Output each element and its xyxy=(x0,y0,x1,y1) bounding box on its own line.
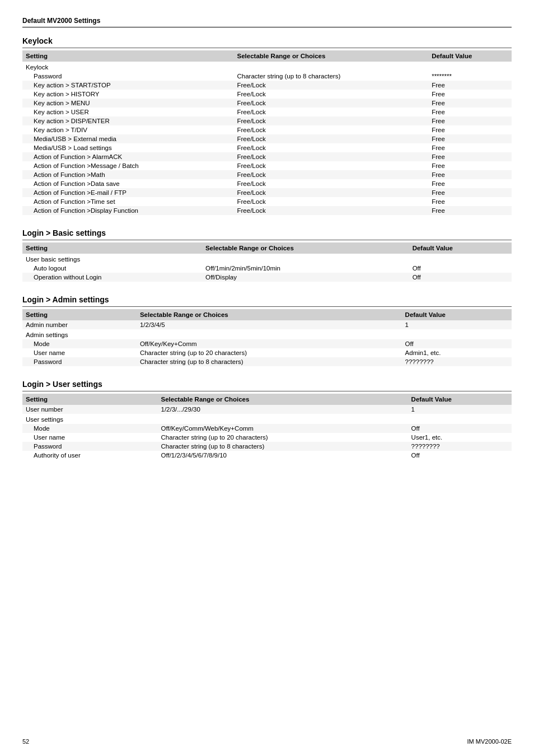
table-row: Key action > T/DIVFree/LockFree xyxy=(22,125,512,134)
table-row: Action of Function >E-mail / FTPFree/Loc… xyxy=(22,188,512,197)
setting-range xyxy=(202,254,409,264)
table-row: Keylock xyxy=(22,62,512,72)
setting-default: Free xyxy=(428,134,512,143)
table-row: User basic settings xyxy=(22,254,512,264)
column-header: Default Value xyxy=(428,50,512,62)
column-header: Selectable Range or Choices xyxy=(137,309,402,320)
footer-page-number: 52 xyxy=(22,738,29,745)
section-title-login-user: Login > User settings xyxy=(22,380,512,389)
setting-default: Free xyxy=(428,197,512,206)
setting-name: Action of Function >Data save xyxy=(22,179,234,188)
setting-default: Off xyxy=(402,339,512,348)
setting-name: Action of Function >Message / Batch xyxy=(22,161,234,170)
setting-name: User name xyxy=(22,348,137,357)
setting-range: Free/Lock xyxy=(234,197,429,206)
setting-name: Password xyxy=(22,72,234,81)
setting-name: Password xyxy=(22,442,158,451)
column-header: Selectable Range or Choices xyxy=(202,242,409,254)
setting-range: Off/1min/2min/5min/10min xyxy=(202,264,409,273)
column-header: Default Value xyxy=(408,394,512,405)
setting-range: Free/Lock xyxy=(234,170,429,179)
setting-name: Action of Function >Math xyxy=(22,170,234,179)
column-header: Default Value xyxy=(409,242,512,254)
setting-name: Mode xyxy=(22,339,137,348)
setting-name: Media/USB > External media xyxy=(22,134,234,143)
table-row: Key action > HISTORYFree/LockFree xyxy=(22,90,512,99)
table-row: Action of Function > AlarmACKFree/LockFr… xyxy=(22,152,512,161)
setting-default: Free xyxy=(428,179,512,188)
column-header: Setting xyxy=(22,242,202,254)
setting-default: Free xyxy=(428,170,512,179)
footer-doc-id: IM MV2000-02E xyxy=(467,738,512,745)
setting-default: Free xyxy=(428,143,512,152)
table-row: Media/USB > Load settingsFree/LockFree xyxy=(22,143,512,152)
setting-name: Key action > START/STOP xyxy=(22,81,234,90)
setting-default: ???????? xyxy=(402,357,512,366)
setting-name: User basic settings xyxy=(22,254,202,264)
column-header: Selectable Range or Choices xyxy=(234,50,429,62)
table-row: Key action > USERFree/LockFree xyxy=(22,108,512,116)
table-login-admin: SettingSelectable Range or ChoicesDefaul… xyxy=(22,309,512,366)
setting-range: Character string (up to 8 characters) xyxy=(137,357,402,366)
setting-default: Free xyxy=(428,90,512,99)
setting-range: Off/Key/Key+Comm xyxy=(137,339,402,348)
setting-default: ???????? xyxy=(408,442,512,451)
setting-name: User settings xyxy=(22,414,158,424)
setting-name: User name xyxy=(22,433,158,442)
setting-name: Action of Function >Display Function xyxy=(22,206,234,215)
column-header: Default Value xyxy=(402,309,512,320)
setting-name: Key action > T/DIV xyxy=(22,125,234,134)
table-row: PasswordCharacter string (up to 8 charac… xyxy=(22,72,512,81)
table-row: User number1/2/3/.../29/301 xyxy=(22,405,512,414)
setting-range: Off/Display xyxy=(202,273,409,282)
setting-range: Character string (up to 20 characters) xyxy=(158,433,408,442)
setting-default: Admin1, etc. xyxy=(402,348,512,357)
setting-range: Character string (up to 8 characters) xyxy=(158,442,408,451)
table-row: User nameCharacter string (up to 20 char… xyxy=(22,348,512,357)
table-row: Key action > DISP/ENTERFree/LockFree xyxy=(22,116,512,125)
setting-name: Key action > DISP/ENTER xyxy=(22,116,234,125)
table-row: Admin settings xyxy=(22,329,512,339)
column-header: Setting xyxy=(22,309,137,320)
setting-default: Free xyxy=(428,116,512,125)
section-title-login-admin: Login > Admin settings xyxy=(22,295,512,304)
setting-name: User number xyxy=(22,405,158,414)
setting-default: Free xyxy=(428,206,512,215)
column-header: Selectable Range or Choices xyxy=(158,394,408,405)
setting-name: Admin number xyxy=(22,320,137,329)
setting-range: 1/2/3/.../29/30 xyxy=(158,405,408,414)
table-login-user: SettingSelectable Range or ChoicesDefaul… xyxy=(22,394,512,460)
setting-name: Password xyxy=(22,357,137,366)
table-row: User settings xyxy=(22,414,512,424)
table-row: Auto logoutOff/1min/2min/5min/10minOff xyxy=(22,264,512,273)
setting-name: Mode xyxy=(22,424,158,433)
table-keylock: SettingSelectable Range or ChoicesDefaul… xyxy=(22,50,512,215)
setting-range: Free/Lock xyxy=(234,152,429,161)
page-footer: 52 IM MV2000-02E xyxy=(22,738,512,745)
setting-name: Action of Function >Time set xyxy=(22,197,234,206)
section-login-admin: Login > Admin settingsSettingSelectable … xyxy=(22,295,512,366)
table-row: Action of Function >Display FunctionFree… xyxy=(22,206,512,215)
setting-name: Keylock xyxy=(22,62,234,72)
setting-name: Action of Function >E-mail / FTP xyxy=(22,188,234,197)
setting-default: Free xyxy=(428,99,512,108)
table-row: User nameCharacter string (up to 20 char… xyxy=(22,433,512,442)
section-keylock: KeylockSettingSelectable Range or Choice… xyxy=(22,36,512,215)
setting-range: Free/Lock xyxy=(234,108,429,116)
setting-range: Free/Lock xyxy=(234,81,429,90)
section-login-user: Login > User settingsSettingSelectable R… xyxy=(22,380,512,460)
setting-default: Free xyxy=(428,161,512,170)
setting-range: Free/Lock xyxy=(234,116,429,125)
setting-default: User1, etc. xyxy=(408,433,512,442)
column-header: Setting xyxy=(22,50,234,62)
setting-range: Free/Lock xyxy=(234,179,429,188)
table-row: PasswordCharacter string (up to 8 charac… xyxy=(22,442,512,451)
setting-default: Off xyxy=(408,451,512,460)
table-row: Action of Function >Time setFree/LockFre… xyxy=(22,197,512,206)
setting-default: Free xyxy=(428,125,512,134)
table-row: Key action > START/STOPFree/LockFree xyxy=(22,81,512,90)
page-header-title: Default MV2000 Settings xyxy=(22,17,100,25)
setting-range: 1/2/3/4/5 xyxy=(137,320,402,329)
setting-range: Free/Lock xyxy=(234,125,429,134)
setting-range: Free/Lock xyxy=(234,188,429,197)
